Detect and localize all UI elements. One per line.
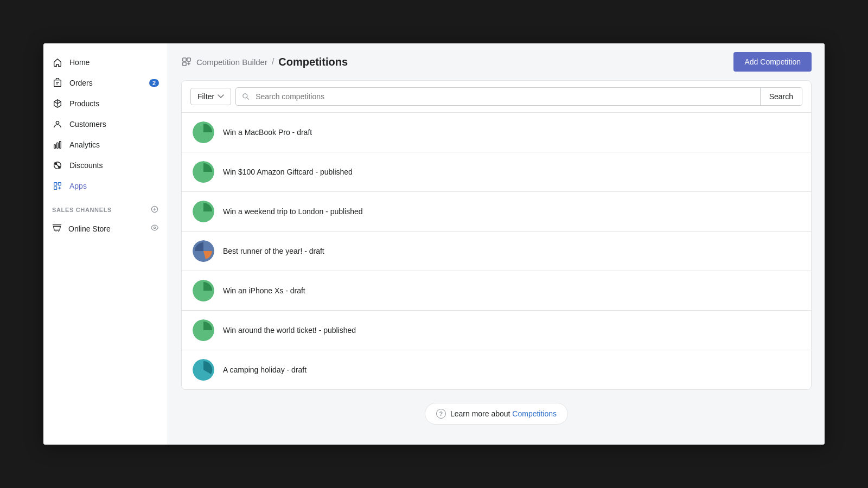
sidebar-item-online-store[interactable]: Online Store	[43, 218, 168, 239]
svg-rect-0	[54, 80, 61, 87]
svg-rect-9	[58, 183, 61, 185]
help-icon: ?	[436, 409, 446, 419]
competition-item[interactable]: Best runner of the year! - draft	[182, 232, 811, 271]
sidebar-item-discounts[interactable]: Discounts	[43, 155, 168, 176]
competition-name: Win a MacBook Pro - draft	[223, 128, 312, 137]
add-competition-button[interactable]: Add Competition	[733, 52, 812, 72]
home-icon	[52, 57, 63, 68]
breadcrumb-separator: /	[272, 57, 274, 67]
competition-name: Win an iPhone Xs - draft	[223, 286, 305, 295]
competitions-card: Filter Search Win a MacBook Pro - draftW…	[181, 80, 812, 390]
competition-name: Win $100 Amazon Giftcard - published	[223, 168, 353, 176]
competition-avatar	[193, 359, 214, 381]
online-store-icon	[52, 223, 62, 234]
search-bar: Filter Search	[182, 81, 811, 113]
footer: ? Learn more about Competitions	[181, 390, 812, 429]
sidebar-item-customers[interactable]: Customers	[43, 114, 168, 134]
svg-point-18	[243, 94, 247, 98]
content-area: Filter Search Win a MacBook Pro - draftW…	[168, 80, 825, 445]
svg-point-1	[56, 121, 59, 124]
svg-rect-17	[183, 62, 186, 66]
competition-avatar	[193, 280, 214, 301]
svg-rect-3	[57, 143, 59, 148]
sidebar-item-orders[interactable]: Orders 2	[43, 73, 168, 93]
competition-builder-icon	[181, 56, 192, 67]
discounts-icon	[52, 160, 63, 171]
sidebar: Home Orders 2 Products Customers	[43, 43, 168, 445]
competition-name: Win around the world ticket! - published	[223, 326, 356, 335]
learn-more-text: Learn more about Competitions	[450, 409, 557, 418]
competition-name: Win a weekend trip to London - published	[223, 207, 363, 216]
competition-avatar	[193, 121, 214, 143]
sidebar-item-apps[interactable]: Apps	[43, 176, 168, 196]
competition-item[interactable]: Win a MacBook Pro - draft	[182, 113, 811, 152]
breadcrumb: Competition Builder / Competitions	[181, 56, 348, 68]
main-content: Competition Builder / Competitions Add C…	[168, 43, 825, 445]
chevron-down-icon	[218, 93, 224, 100]
online-store-eye-icon[interactable]	[150, 223, 159, 234]
competition-avatar	[193, 201, 214, 222]
svg-rect-15	[183, 58, 186, 61]
competition-item[interactable]: Win $100 Amazon Giftcard - published	[182, 152, 811, 192]
topbar: Competition Builder / Competitions Add C…	[168, 43, 825, 80]
search-input-wrap: Search	[235, 87, 802, 106]
competition-avatar	[193, 161, 214, 183]
competition-list: Win a MacBook Pro - draftWin $100 Amazon…	[182, 113, 811, 389]
sidebar-item-home[interactable]: Home	[43, 52, 168, 73]
orders-badge: 2	[149, 79, 159, 87]
competition-avatar	[193, 240, 214, 262]
sidebar-item-products[interactable]: Products	[43, 93, 168, 114]
analytics-icon	[52, 139, 63, 150]
svg-point-12	[55, 231, 56, 232]
svg-point-13	[58, 231, 59, 232]
svg-rect-4	[60, 142, 61, 149]
search-submit-button[interactable]: Search	[760, 88, 802, 105]
products-icon	[52, 98, 63, 109]
breadcrumb-root[interactable]: Competition Builder	[196, 57, 267, 67]
svg-rect-10	[54, 187, 57, 189]
add-sales-channel-icon[interactable]	[150, 205, 159, 215]
svg-rect-2	[54, 145, 56, 148]
breadcrumb-current: Competitions	[278, 56, 348, 68]
competition-item[interactable]: Win an iPhone Xs - draft	[182, 271, 811, 311]
orders-icon	[52, 78, 63, 88]
apps-icon	[52, 181, 63, 191]
customers-icon	[52, 119, 63, 130]
competition-item[interactable]: Win a weekend trip to London - published	[182, 192, 811, 232]
svg-point-14	[154, 227, 155, 228]
sidebar-nav: Home Orders 2 Products Customers	[43, 52, 168, 196]
competition-item[interactable]: A camping holiday - draft	[182, 350, 811, 389]
learn-more-button[interactable]: ? Learn more about Competitions	[425, 403, 568, 425]
filter-button[interactable]: Filter	[190, 88, 231, 105]
search-icon	[236, 92, 256, 101]
search-input[interactable]	[256, 88, 760, 105]
svg-rect-16	[187, 58, 190, 61]
competition-item[interactable]: Win around the world ticket! - published	[182, 311, 811, 350]
sales-channels-section: SALES CHANNELS	[43, 196, 168, 218]
svg-rect-8	[54, 183, 57, 185]
competition-name: Best runner of the year! - draft	[223, 247, 324, 255]
competition-name: A camping holiday - draft	[223, 365, 307, 374]
sidebar-item-analytics[interactable]: Analytics	[43, 134, 168, 155]
competition-avatar	[193, 319, 214, 341]
